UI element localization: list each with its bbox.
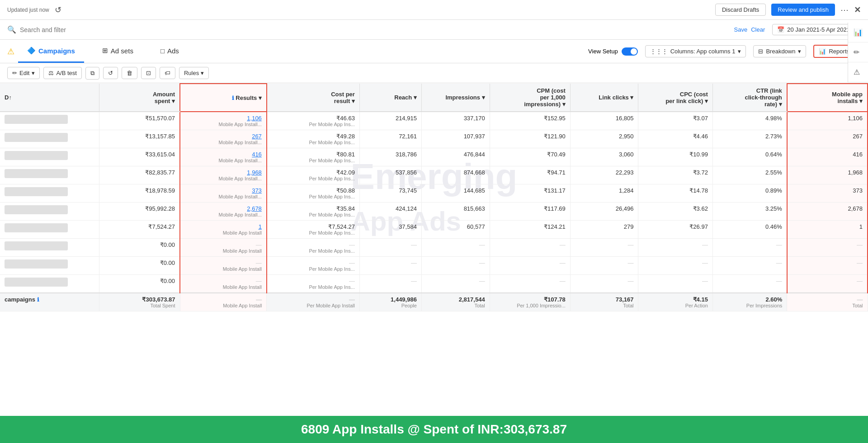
total-mobile-val: — [792, 296, 863, 303]
top-bar: Updated just now ↺ Discard Drafts Review… [0, 0, 868, 20]
total-reach-sub: People [364, 303, 417, 308]
search-bar-right: Save Clear 📅 20 Jan 2021-5 Apr 2021 ▾ [734, 24, 861, 35]
cell-mobile-7: — [787, 239, 868, 257]
col-header-link-clicks[interactable]: Link clicks ▾ [570, 84, 638, 112]
cell-mobile-9: — [787, 275, 868, 293]
cell-impressions-1: 107,937 [421, 130, 490, 148]
breakdown-label: Breakdown [766, 48, 795, 55]
ab-icon: ⚖ [48, 70, 54, 76]
col-header-amount-spent[interactable]: Amountspent ▾ [99, 84, 180, 112]
archive-button[interactable]: ⊡ [141, 67, 156, 79]
cell-impressions-2: 476,844 [421, 148, 490, 166]
right-alert-icon[interactable]: ⚠ [848, 62, 868, 82]
data-table-wrapper: EmergingApp Ads D↑ Amountspent ▾ ℹ Resul… [0, 83, 868, 311]
total-info-icon[interactable]: ℹ [37, 297, 39, 303]
amount-sort-icon: ▾ [172, 98, 175, 104]
cell-cpm-1: ₹121.90 [490, 130, 570, 148]
col-header-ctr[interactable]: CTR (linkclick-throughrate) ▾ [712, 84, 787, 112]
cell-results-5: 2,678 Mobile App Install... [180, 203, 267, 221]
table-row: ₹18,978.59 373 Mobile App Install... ₹50… [0, 184, 868, 203]
nav-tabs: ⚠ 🔷 Campaigns ⊞ Ad sets □ Ads View Setup… [0, 40, 868, 63]
tab-adsets[interactable]: ⊞ Ad sets [93, 40, 142, 63]
ads-label: Ads [167, 47, 179, 55]
cell-ctr-2: 0.64% [712, 148, 787, 166]
col-header-mobile-app-installs[interactable]: Mobile appinstalls ▾ [787, 84, 868, 112]
cell-ctr-0: 4.98% [712, 112, 787, 130]
cell-impressions-0: 337,170 [421, 112, 490, 130]
tab-campaigns[interactable]: 🔷 Campaigns [18, 40, 84, 63]
calendar-icon: 📅 [777, 26, 784, 33]
results-sort-icon: ▾ [259, 94, 262, 101]
columns-button[interactable]: ⋮⋮⋮ Columns: App columns 1 ▾ [645, 45, 746, 57]
cell-link-clicks-0: 16,805 [570, 112, 638, 130]
table-body: ₹51,570.07 1,106 Mobile App Install... ₹… [0, 112, 868, 293]
refresh-button[interactable]: ↺ [103, 67, 118, 79]
col-header-reach[interactable]: Reach ▾ [359, 84, 421, 112]
delete-button[interactable]: 🗑 [122, 67, 137, 79]
refresh-icon-btn[interactable]: ↺ [55, 5, 61, 15]
total-link-clicks: 73,167 Total [570, 293, 638, 311]
col-header-cost-per-result[interactable]: Cost perresult ▾ [267, 84, 360, 112]
cell-cost-9: — Per Mobile App Ins... [267, 275, 360, 293]
cell-cpm-2: ₹70.49 [490, 148, 570, 166]
tab-ads[interactable]: □ Ads [151, 40, 188, 63]
cell-cpm-3: ₹94.71 [490, 166, 570, 184]
toolbar: ✏ Edit ▾ ⚖ A/B test ⧉ ↺ 🗑 ⊡ 🏷 Rules ▾ [0, 63, 868, 83]
ab-test-button[interactable]: ⚖ A/B test [43, 67, 82, 79]
more-options-button[interactable]: ⋯ [840, 5, 849, 15]
review-publish-button[interactable]: Review and publish [771, 4, 835, 16]
cell-amount-8: ₹0.00 [99, 257, 180, 275]
right-chart-icon[interactable]: 📊 [848, 23, 868, 42]
total-impressions: 2,817,544 Total [421, 293, 490, 311]
toggle-dot [631, 48, 637, 55]
total-reach: 1,449,986 People [359, 293, 421, 311]
cell-ctr-6: 0.46% [712, 221, 787, 239]
col-header-name[interactable]: D↑ [0, 84, 99, 112]
cell-reach-5: 424,124 [359, 203, 421, 221]
duplicate-button[interactable]: ⧉ [85, 67, 99, 80]
table-row: ₹95,992.28 2,678 Mobile App Install... ₹… [0, 203, 868, 221]
col-header-cpm[interactable]: CPM (costper 1,000impressions) ▾ [490, 84, 570, 112]
cell-amount-5: ₹95,992.28 [99, 203, 180, 221]
search-input[interactable] [20, 26, 156, 33]
cell-link-clicks-3: 22,293 [570, 166, 638, 184]
rules-button[interactable]: Rules ▾ [179, 67, 209, 79]
breakdown-button[interactable]: ⊟ Breakdown ▾ [753, 45, 806, 57]
table-footer: campaigns ℹ ₹303,673.87 Total Spent — Mo… [0, 293, 868, 311]
tag-button[interactable]: 🏷 [160, 67, 175, 79]
cell-amount-6: ₹7,524.27 [99, 221, 180, 239]
col-header-impressions[interactable]: Impressions ▾ [421, 84, 490, 112]
cell-reach-3: 537,856 [359, 166, 421, 184]
results-info-icon[interactable]: ℹ [232, 95, 234, 101]
view-setup-toggle[interactable] [622, 47, 638, 56]
table-header-row: D↑ Amountspent ▾ ℹ Results ▾ Cost perres… [0, 84, 868, 112]
col-header-cpc[interactable]: CPC (costper link click) ▾ [638, 84, 712, 112]
right-edit-icon[interactable]: ✏ [848, 42, 868, 62]
total-link-clicks-sub: Total [575, 303, 634, 308]
close-button[interactable]: ✕ [854, 5, 861, 15]
cell-mobile-4: 373 [787, 184, 868, 203]
total-cpm-sub: Per 1,000 Impressio... [495, 303, 566, 308]
reports-label: Reports [829, 48, 849, 55]
cell-reach-9: — [359, 275, 421, 293]
clear-button[interactable]: Clear [751, 26, 765, 33]
cell-link-clicks-8: — [570, 257, 638, 275]
save-button[interactable]: Save [734, 26, 748, 33]
cell-ctr-1: 2.73% [712, 130, 787, 148]
cell-cpm-5: ₹117.69 [490, 203, 570, 221]
cell-cpc-5: ₹3.62 [638, 203, 712, 221]
col-header-results[interactable]: ℹ Results ▾ [180, 84, 267, 112]
cell-cpc-4: ₹14.78 [638, 184, 712, 203]
cell-cpc-9: — [638, 275, 712, 293]
edit-button[interactable]: ✏ Edit ▾ [7, 67, 40, 79]
date-range-text: 20 Jan 2021-5 Apr 2021 [787, 26, 850, 33]
total-label-cell: campaigns ℹ [0, 293, 99, 311]
discard-drafts-button[interactable]: Discard Drafts [715, 4, 766, 16]
edit-chevron: ▾ [32, 70, 35, 76]
total-link-clicks-val: 73,167 [575, 296, 634, 303]
table-row: ₹0.00 — Mobile App Install — Per Mobile … [0, 275, 868, 293]
top-bar-left: Updated just now ↺ [7, 5, 61, 15]
cell-reach-6: 37,584 [359, 221, 421, 239]
adsets-label: Ad sets [111, 47, 133, 55]
cell-mobile-3: 1,968 [787, 166, 868, 184]
